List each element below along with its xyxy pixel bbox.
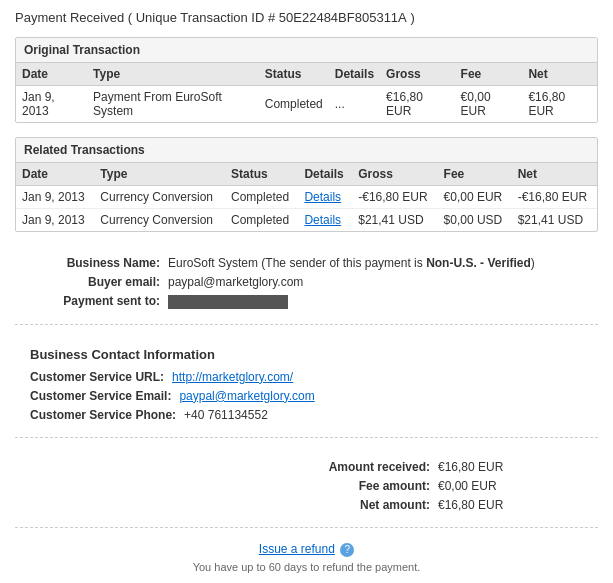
- service-url-link[interactable]: http://marketglory.com/: [172, 370, 293, 384]
- service-phone-label: Customer Service Phone:: [30, 408, 176, 422]
- payment-sent-row: Payment sent to:: [30, 294, 583, 309]
- orig-col-type: Type: [87, 63, 259, 86]
- related-transactions-section: Related Transactions Date Type Status De…: [15, 137, 598, 232]
- service-email-label: Customer Service Email:: [30, 389, 171, 403]
- orig-date: Jan 9, 2013: [16, 86, 87, 123]
- related-transactions-title: Related Transactions: [16, 138, 597, 163]
- amount-received-row: Amount received: €16,80 EUR: [75, 460, 538, 474]
- rel-fee: $0,00 USD: [438, 209, 512, 232]
- table-row: Jan 9, 2013 Currency Conversion Complete…: [16, 186, 597, 209]
- business-name-label: Business Name:: [30, 256, 160, 270]
- service-url-value: http://marketglory.com/: [172, 370, 583, 384]
- buyer-email-value: paypal@marketglory.com: [168, 275, 583, 289]
- orig-fee: €0,00 EUR: [455, 86, 523, 123]
- issue-refund-link[interactable]: Issue a refund: [259, 542, 335, 556]
- net-amount-value: €16,80 EUR: [438, 498, 538, 512]
- amount-received-label: Amount received:: [290, 460, 430, 474]
- fee-amount-value: €0,00 EUR: [438, 479, 538, 493]
- buyer-email-row: Buyer email: paypal@marketglory.com: [30, 275, 583, 289]
- service-email-row: Customer Service Email: paypal@marketglo…: [30, 389, 583, 403]
- service-phone-value: +40 761134552: [184, 408, 583, 422]
- table-row: Jan 9, 2013 Payment From EuroSoft System…: [16, 86, 597, 123]
- rel-col-details: Details: [298, 163, 352, 186]
- original-transaction-table: Date Type Status Details Gross Fee Net J…: [16, 63, 597, 122]
- original-transaction-section: Original Transaction Date Type Status De…: [15, 37, 598, 123]
- orig-col-status: Status: [259, 63, 329, 86]
- rel-gross: -€16,80 EUR: [352, 186, 437, 209]
- fee-amount-label: Fee amount:: [290, 479, 430, 493]
- business-contact-title: Business Contact Information: [30, 347, 583, 362]
- rel-col-net: Net: [512, 163, 597, 186]
- rel-details: Details: [298, 186, 352, 209]
- orig-col-gross: Gross: [380, 63, 455, 86]
- service-email-value: paypal@marketglory.com: [179, 389, 583, 403]
- rel-col-status: Status: [225, 163, 298, 186]
- net-amount-label: Net amount:: [290, 498, 430, 512]
- details-link[interactable]: Details: [304, 190, 341, 204]
- rel-col-fee: Fee: [438, 163, 512, 186]
- refund-note: You have up to 60 days to refund the pay…: [21, 561, 592, 573]
- orig-gross: €16,80 EUR: [380, 86, 455, 123]
- help-icon[interactable]: ?: [340, 543, 354, 557]
- buyer-email-label: Buyer email:: [30, 275, 160, 289]
- rel-date: Jan 9, 2013: [16, 186, 94, 209]
- rel-type: Currency Conversion: [94, 209, 225, 232]
- refund-section: Issue a refund ? You have up to 60 days …: [15, 536, 598, 579]
- redacted-email: [168, 295, 288, 309]
- rel-details: Details: [298, 209, 352, 232]
- orig-net: €16,80 EUR: [522, 86, 597, 123]
- orig-col-fee: Fee: [455, 63, 523, 86]
- business-name-value: EuroSoft System (The sender of this paym…: [168, 256, 583, 270]
- service-phone-row: Customer Service Phone: +40 761134552: [30, 408, 583, 422]
- related-transactions-table: Date Type Status Details Gross Fee Net J…: [16, 163, 597, 231]
- original-transaction-title: Original Transaction: [16, 38, 597, 63]
- rel-status: Completed: [225, 186, 298, 209]
- details-link[interactable]: Details: [304, 213, 341, 227]
- payment-sent-value: [168, 294, 583, 309]
- amounts-section: Amount received: €16,80 EUR Fee amount: …: [15, 450, 598, 528]
- orig-type: Payment From EuroSoft System: [87, 86, 259, 123]
- rel-col-type: Type: [94, 163, 225, 186]
- rel-col-gross: Gross: [352, 163, 437, 186]
- service-url-label: Customer Service URL:: [30, 370, 164, 384]
- orig-col-date: Date: [16, 63, 87, 86]
- service-email-link[interactable]: paypal@marketglory.com: [179, 389, 314, 403]
- amount-received-value: €16,80 EUR: [438, 460, 538, 474]
- rel-gross: $21,41 USD: [352, 209, 437, 232]
- rel-date: Jan 9, 2013: [16, 209, 94, 232]
- orig-status: Completed: [259, 86, 329, 123]
- payment-info-section: Business Name: EuroSoft System (The send…: [15, 246, 598, 325]
- rel-type: Currency Conversion: [94, 186, 225, 209]
- rel-fee: €0,00 EUR: [438, 186, 512, 209]
- fee-amount-row: Fee amount: €0,00 EUR: [75, 479, 538, 493]
- orig-details: ...: [329, 86, 380, 123]
- rel-status: Completed: [225, 209, 298, 232]
- page-title: Payment Received ( Unique Transaction ID…: [15, 10, 598, 25]
- table-row: Jan 9, 2013 Currency Conversion Complete…: [16, 209, 597, 232]
- rel-col-date: Date: [16, 163, 94, 186]
- rel-net: -€16,80 EUR: [512, 186, 597, 209]
- rel-net: $21,41 USD: [512, 209, 597, 232]
- business-name-row: Business Name: EuroSoft System (The send…: [30, 256, 583, 270]
- orig-col-details: Details: [329, 63, 380, 86]
- business-contact-section: Business Contact Information Customer Se…: [15, 337, 598, 438]
- service-url-row: Customer Service URL: http://marketglory…: [30, 370, 583, 384]
- payment-sent-label: Payment sent to:: [30, 294, 160, 308]
- orig-col-net: Net: [522, 63, 597, 86]
- net-amount-row: Net amount: €16,80 EUR: [75, 498, 538, 512]
